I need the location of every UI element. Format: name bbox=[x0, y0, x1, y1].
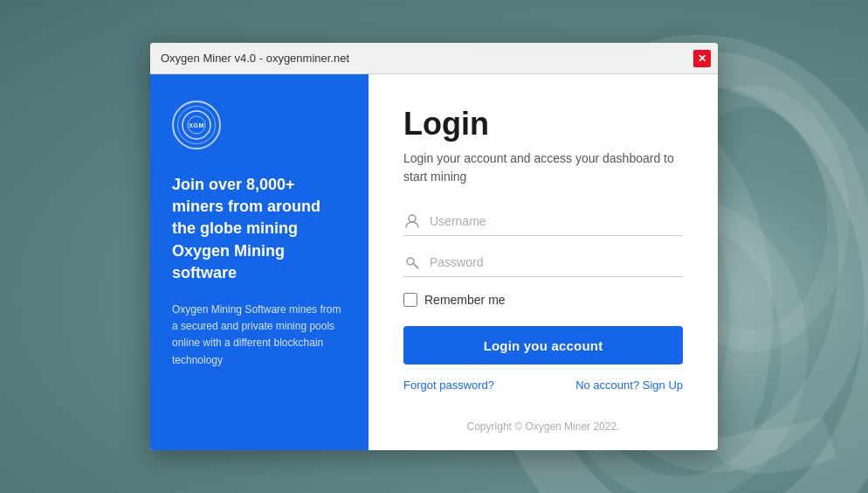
logo-circle: XGM bbox=[172, 101, 221, 149]
login-title: Login bbox=[403, 106, 683, 142]
login-subtitle: Login your account and access your dashb… bbox=[403, 149, 683, 186]
app-window: Oxygen Miner v4.0 - oxygenminer.net ✕ XG… bbox=[150, 43, 718, 450]
key-icon bbox=[403, 253, 421, 271]
remember-row: Remember me bbox=[403, 293, 683, 307]
password-input-group bbox=[403, 252, 683, 277]
username-input[interactable] bbox=[430, 211, 683, 232]
window-title: Oxygen Miner v4.0 - oxygenminer.net bbox=[161, 52, 349, 65]
remember-checkbox[interactable] bbox=[403, 293, 417, 307]
links-row: Forgot password? No account? Sign Up bbox=[403, 378, 683, 392]
forgot-password-link[interactable]: Forgot password? bbox=[403, 378, 494, 392]
left-panel: XGM Join over 8,000+ miners from around … bbox=[150, 74, 369, 450]
title-bar: Oxygen Miner v4.0 - oxygenminer.net ✕ bbox=[150, 43, 718, 74]
right-panel: Login Login your account and access your… bbox=[369, 74, 718, 450]
left-description: Oxygen Mining Software mines from a secu… bbox=[172, 302, 347, 369]
svg-point-7 bbox=[409, 215, 416, 222]
left-heading: Join over 8,000+ miners from around the … bbox=[172, 174, 347, 284]
username-input-group bbox=[403, 211, 683, 236]
svg-text:XGM: XGM bbox=[189, 122, 203, 128]
password-input[interactable] bbox=[430, 252, 683, 273]
login-button[interactable]: Login you account bbox=[403, 326, 683, 365]
user-icon bbox=[403, 212, 421, 230]
window-body: XGM Join over 8,000+ miners from around … bbox=[150, 74, 718, 450]
close-button[interactable]: ✕ bbox=[693, 50, 711, 67]
logo-inner: XGM bbox=[177, 106, 216, 144]
logo-icon: XGM bbox=[181, 109, 212, 141]
remember-label: Remember me bbox=[424, 293, 506, 307]
footer-text: Copyright © Oxygen Miner 2022. bbox=[403, 420, 683, 433]
sign-up-link[interactable]: No account? Sign Up bbox=[575, 378, 683, 392]
